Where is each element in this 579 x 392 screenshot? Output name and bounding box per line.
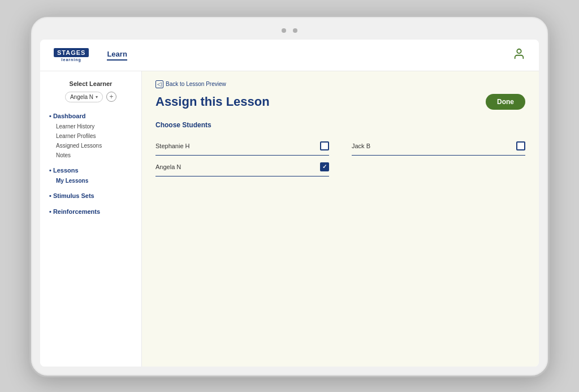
student-checkbox-jack[interactable] <box>516 141 525 150</box>
svg-point-0 <box>517 49 521 53</box>
student-name-stephanie: Stephanie H <box>155 143 190 149</box>
student-checkbox-stephanie[interactable] <box>320 141 329 150</box>
select-learner-label: Select Learner <box>40 80 141 87</box>
back-to-lesson-preview-link[interactable]: ◁ Back to Lesson Preview <box>155 80 525 88</box>
page-title: Assign this Lesson <box>155 94 270 109</box>
table-row: Jack B <box>352 137 525 156</box>
camera-dot-1 <box>282 28 286 33</box>
right-column: Jack B <box>352 137 525 179</box>
app-body: Select Learner Angela N ▾ + Dashboard Le… <box>40 71 539 367</box>
nav-learn[interactable]: Learn <box>107 50 127 61</box>
logo-area: STAGES learning <box>54 48 89 62</box>
back-link-label: Back to Lesson Preview <box>166 81 226 87</box>
chevron-down-icon: ▾ <box>96 94 98 100</box>
tablet-screen: STAGES learning Learn Select Learner Ang… <box>40 40 539 367</box>
sidebar-item-stimulus-sets[interactable]: Stimulus Sets <box>40 190 141 201</box>
page-title-row: Assign this Lesson Done <box>155 94 525 110</box>
sidebar-item-my-lessons[interactable]: My Lessons <box>40 176 141 186</box>
sidebar-item-learner-profiles[interactable]: Learner Profiles <box>40 131 141 141</box>
app-header: STAGES learning Learn <box>40 40 539 71</box>
logo-learning: learning <box>62 58 81 62</box>
left-column: Stephanie H Angela N <box>155 137 329 179</box>
student-checkbox-angela[interactable] <box>320 162 329 171</box>
sidebar-item-assigned-lessons[interactable]: Assigned Lessons <box>40 141 141 150</box>
table-row: Stephanie H <box>155 137 329 156</box>
student-name-jack: Jack B <box>352 143 370 149</box>
sidebar-item-dashboard[interactable]: Dashboard <box>40 110 141 122</box>
student-name-angela: Angela N <box>155 163 181 170</box>
back-arrow-icon: ◁ <box>155 80 163 88</box>
user-icon[interactable] <box>513 48 525 63</box>
learner-dropdown[interactable]: Angela N ▾ <box>65 92 103 102</box>
camera-dot-2 <box>293 28 297 33</box>
choose-students-label: Choose Students <box>155 121 525 129</box>
add-learner-button[interactable]: + <box>106 92 116 102</box>
sidebar-item-notes[interactable]: Notes <box>40 150 141 160</box>
main-content: ◁ Back to Lesson Preview Assign this Les… <box>142 71 539 367</box>
sidebar-item-reinforcements[interactable]: Reinforcements <box>40 206 141 217</box>
done-button[interactable]: Done <box>486 94 525 110</box>
current-learner-name: Angela N <box>70 94 93 100</box>
logo-stages: STAGES <box>54 48 89 57</box>
students-grid: Stephanie H Angela N Jack B <box>155 137 525 179</box>
sidebar-item-learner-history[interactable]: Learner History <box>40 122 141 131</box>
camera-row <box>282 28 297 33</box>
tablet-frame: STAGES learning Learn Select Learner Ang… <box>29 15 550 377</box>
learner-selector: Angela N ▾ + <box>40 92 141 102</box>
sidebar-item-lessons[interactable]: Lessons <box>40 165 141 176</box>
table-row: Angela N <box>155 158 329 176</box>
sidebar: Select Learner Angela N ▾ + Dashboard Le… <box>40 71 142 367</box>
